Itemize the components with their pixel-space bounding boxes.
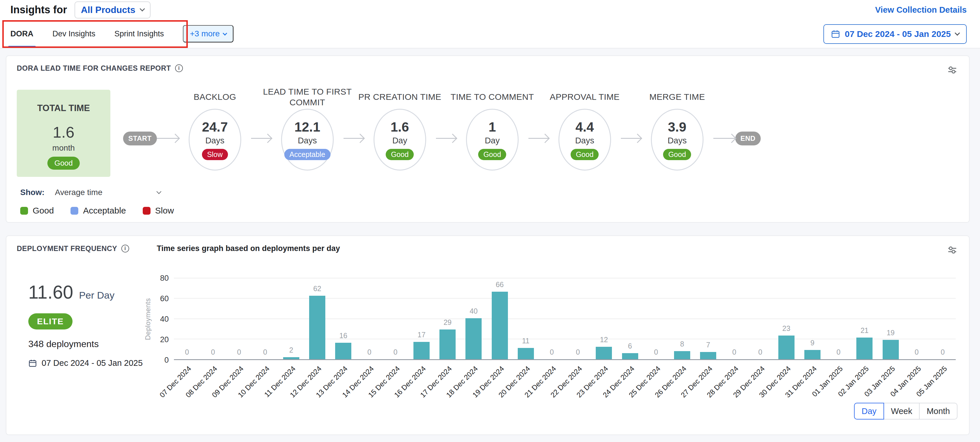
bar[interactable] — [856, 337, 872, 359]
bar-value-label: 0 — [368, 348, 372, 356]
stage-time-to-comment: TIME TO COMMENT1DayGood — [456, 87, 528, 171]
stage-name: MERGE TIME — [630, 87, 725, 106]
bar-value-label: 66 — [496, 280, 504, 289]
y-axis-title: Deployments — [142, 278, 154, 360]
bar-column: 624 Dec 2024 — [617, 277, 643, 359]
bar-value-label: 0 — [654, 348, 658, 356]
chevron-down-icon — [955, 30, 960, 35]
bar-value-label: 23 — [783, 324, 791, 333]
bar[interactable] — [804, 350, 821, 359]
bar-value-label: 19 — [887, 329, 895, 337]
flow-arrow-icon — [436, 138, 456, 139]
bar-column: 2330 Dec 2024 — [773, 277, 799, 359]
bar-value-label: 17 — [417, 331, 426, 339]
dashboard-page: Insights for All Products View Collectio… — [0, 0, 980, 442]
show-metric-selector[interactable]: Show: Average time — [20, 188, 969, 197]
chart-subtitle: Time series graph based on deployments p… — [157, 244, 340, 253]
bar-value-label: 0 — [263, 348, 267, 356]
stage-status-badge: Good — [663, 149, 691, 160]
bar[interactable] — [414, 342, 430, 359]
tab-sprint-insights[interactable]: Sprint Insights — [115, 20, 164, 48]
info-icon[interactable]: i — [121, 245, 129, 252]
bar[interactable] — [309, 296, 325, 359]
bar[interactable] — [596, 347, 612, 359]
view-collection-details-link[interactable]: View Collection Details — [875, 5, 967, 15]
bar-column: 008 Dec 2024 — [200, 277, 226, 359]
card-settings-button[interactable] — [946, 64, 959, 76]
chevron-down-icon — [223, 31, 227, 35]
granularity-month-button[interactable]: Month — [919, 403, 958, 420]
legend-label: Slow — [155, 206, 174, 215]
stage-approval-time: APPROVAL TIME4.4DaysGood — [549, 87, 621, 171]
bar[interactable] — [465, 318, 482, 359]
legend-swatch — [143, 207, 151, 215]
deployment-date-range: 07 Dec 2024 - 05 Jan 2025 — [28, 358, 143, 368]
bar-value-label: 0 — [941, 348, 945, 356]
total-time-value: 1.6 — [52, 123, 74, 141]
bar-column: 021 Dec 2024 — [539, 277, 565, 359]
bar-column: 015 Dec 2024 — [382, 277, 409, 359]
more-tabs-label: +3 more — [190, 29, 220, 38]
bar-value-label: 0 — [732, 348, 736, 356]
bar-value-label: 2 — [289, 346, 293, 354]
sliders-icon — [947, 65, 958, 74]
chevron-down-icon — [157, 189, 162, 194]
tab-dev-insights[interactable]: Dev Insights — [52, 20, 95, 48]
sliders-icon — [947, 245, 958, 255]
bar-value-label: 0 — [759, 348, 762, 356]
bar-column: 022 Dec 2024 — [565, 277, 591, 359]
plot-area: 007 Dec 2024008 Dec 2024009 Dec 2024010 … — [174, 278, 956, 360]
stage-lead-time-to-first-commit: LEAD TIME TO FIRST COMMIT12.1DaysAccepta… — [271, 87, 344, 171]
granularity-week-button[interactable]: Week — [883, 403, 920, 420]
bar[interactable] — [622, 353, 638, 359]
more-tabs-button[interactable]: +3 more — [183, 25, 234, 43]
flow-arrow-icon — [344, 138, 364, 139]
tab-dora[interactable]: DORA — [10, 20, 33, 48]
bar[interactable] — [283, 357, 299, 359]
flow-end-node: END — [735, 131, 761, 146]
show-label: Show: — [20, 188, 45, 197]
bar[interactable] — [700, 352, 716, 359]
y-tick-label: 80 — [160, 274, 169, 283]
stage-status-badge: Acceptable — [284, 149, 331, 160]
stage-value: 1.6 — [391, 119, 409, 135]
bar-value-label: 8 — [680, 340, 684, 348]
bar-value-label: 21 — [861, 326, 869, 335]
status-legend: GoodAcceptableSlow — [20, 206, 969, 215]
info-icon[interactable]: i — [175, 64, 183, 72]
product-selector[interactable]: All Products — [75, 2, 151, 19]
legend-item-acceptable: Acceptable — [70, 206, 126, 215]
date-range-picker[interactable]: 07 Dec 2024 - 05 Jan 2025 — [823, 24, 967, 44]
bar-value-label: 62 — [313, 285, 321, 293]
flow-arrow-icon — [157, 138, 179, 139]
stage-circle: 1.6DayGood — [374, 109, 426, 171]
bar[interactable] — [335, 343, 351, 359]
stage-name: BACKLOG — [167, 87, 262, 106]
legend-label: Good — [33, 206, 54, 215]
deployment-rate-unit: Per Day — [79, 290, 115, 301]
bar[interactable] — [439, 330, 456, 359]
bar-value-label: 12 — [600, 336, 608, 344]
bar[interactable] — [674, 351, 690, 359]
card-settings-button[interactable] — [946, 244, 959, 257]
stage-value: 12.1 — [294, 119, 320, 135]
bar[interactable] — [883, 340, 899, 359]
bar-value-label: 0 — [211, 348, 215, 356]
granularity-day-button[interactable]: Day — [854, 403, 884, 420]
stage-backlog: BACKLOG24.7DaysSlow — [179, 87, 251, 171]
total-time-label: TOTAL TIME — [37, 103, 90, 113]
date-range-label: 07 Dec 2024 - 05 Jan 2025 — [845, 29, 951, 39]
deployment-card-title: DEPLOYMENT FREQUENCY — [17, 244, 117, 253]
lead-time-card-header: DORA LEAD TIME FOR CHANGES REPORT i — [6, 56, 969, 76]
deployment-frequency-card: DEPLOYMENT FREQUENCY i Time series graph… — [6, 235, 970, 435]
bar[interactable] — [518, 348, 534, 359]
bar[interactable] — [492, 291, 508, 359]
lead-time-flow: STARTBACKLOG24.7DaysSlowLEAD TIME TO FIR… — [123, 87, 761, 171]
bar-column: 025 Dec 2024 — [643, 277, 669, 359]
deployment-card-header: DEPLOYMENT FREQUENCY i Time series graph… — [6, 236, 969, 257]
stage-value: 1 — [488, 119, 496, 135]
product-selector-label: All Products — [81, 5, 135, 15]
legend-swatch — [70, 207, 78, 215]
deployment-date-range-label: 07 Dec 2024 - 05 Jan 2025 — [41, 358, 143, 368]
bar[interactable] — [778, 336, 794, 359]
